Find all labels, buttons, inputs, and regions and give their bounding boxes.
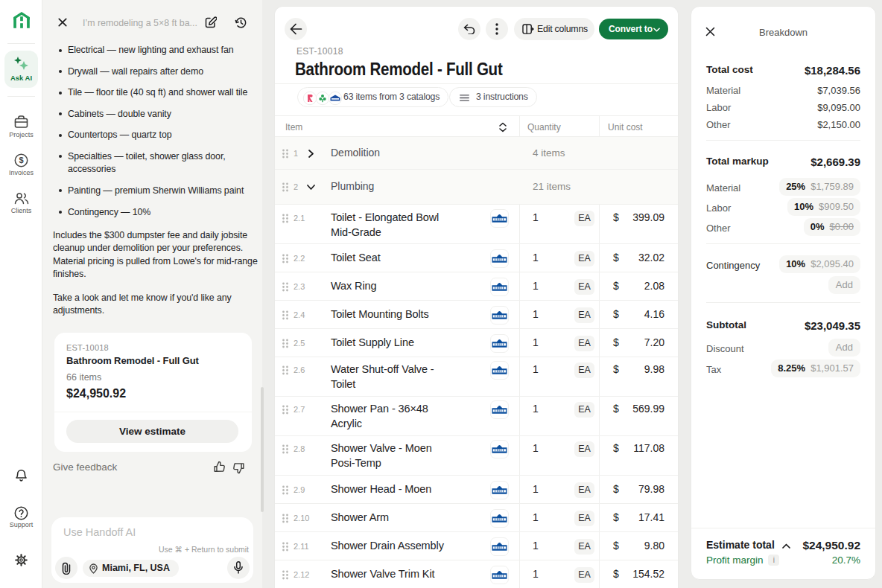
svg-text:$: $ bbox=[19, 156, 23, 164]
